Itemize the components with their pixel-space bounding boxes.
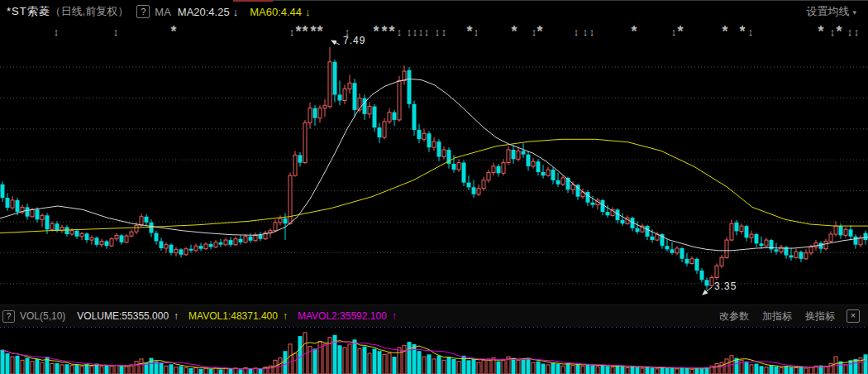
event-marker-updown-icon[interactable]: ↕ <box>847 26 853 38</box>
event-marker-star-icon[interactable]: * <box>631 23 637 41</box>
event-marker-updown-icon[interactable]: ↕ <box>854 26 860 38</box>
event-marker-updown-icon[interactable]: ↕ <box>574 26 579 38</box>
stock-name: *ST索菱 <box>7 4 50 19</box>
event-marker-updown-icon[interactable]: ↕ <box>583 26 589 38</box>
event-marker-star-icon[interactable]: * <box>677 23 683 41</box>
event-marker-star-icon[interactable]: * <box>836 23 842 41</box>
event-marker-star-icon[interactable]: * <box>511 23 517 41</box>
mavol1-value: MAVOL1:48371.400 <box>188 310 278 322</box>
help-icon[interactable]: ? <box>136 5 150 18</box>
ma60-value: MA60:4.44 <box>250 6 302 18</box>
mavol1-up-arrow: ↑ <box>283 310 288 322</box>
candlestick-chart[interactable]: ↕↕*↕****↕***↕↕↕↕↕↕↕*↕*↕*↕↕↕*↕***↕*↕*↕↕ 7… <box>0 23 868 304</box>
event-marker-updown-icon[interactable]: ↕ <box>407 26 413 38</box>
help-icon[interactable]: ? <box>2 310 15 323</box>
event-marker-updown-icon[interactable]: ↕ <box>532 26 537 38</box>
add-indicator-button[interactable]: 加指标 <box>762 309 792 324</box>
change-params-button[interactable]: 改参数 <box>719 309 749 324</box>
event-marker-star-icon[interactable]: * <box>302 23 308 41</box>
period-label: （日线,前复权） <box>50 4 129 19</box>
event-marker-updown-icon[interactable]: ↕ <box>113 26 119 38</box>
ma20-down-arrow: ↓ <box>233 6 239 18</box>
event-marker-star-icon[interactable]: * <box>317 23 322 41</box>
event-marker-updown-icon[interactable]: ↕ <box>418 26 424 38</box>
caret-down-icon: ▾ <box>852 8 856 17</box>
event-marker-updown-icon[interactable]: ↕ <box>671 26 677 38</box>
event-marker-star-icon[interactable]: * <box>466 23 472 41</box>
event-marker-updown-icon[interactable]: ↕ <box>435 26 441 38</box>
price-annotation: 3.35 <box>714 280 737 292</box>
price-annotation: 7.49 <box>343 35 365 46</box>
event-marker-star-icon[interactable]: * <box>818 23 823 41</box>
ma60-down-arrow: ↓ <box>305 6 311 18</box>
mavol2-value: MAVOL2:35592.100 <box>298 310 387 322</box>
event-marker-updown-icon[interactable]: ↕ <box>413 26 418 38</box>
indicator-toolbar: ? VOL(5,10) VOLUME:55355.000 ↑ MAVOL1:48… <box>0 304 868 327</box>
event-marker-updown-icon[interactable]: ↕ <box>474 26 479 38</box>
event-marker-star-icon[interactable]: * <box>295 23 301 41</box>
stock-chart-app: *ST索菱 （日线,前复权） ? MA MA20:4.25 ↓ MA60:4.4… <box>0 0 868 374</box>
set-ma-label: 设置均线 <box>806 5 849 17</box>
close-icon[interactable]: × <box>847 309 860 323</box>
event-marker-star-icon[interactable]: * <box>381 23 387 41</box>
event-marker-updown-icon[interactable]: ↕ <box>424 26 430 38</box>
event-marker-updown-icon[interactable]: ↕ <box>397 26 403 38</box>
volume-chart[interactable] <box>0 327 868 374</box>
chart-header-bar: *ST索菱 （日线,前复权） ? MA MA20:4.25 ↓ MA60:4.4… <box>0 0 868 23</box>
event-marker-updown-icon[interactable]: ↕ <box>289 26 295 38</box>
event-marker-updown-icon[interactable]: ↕ <box>830 26 836 38</box>
event-marker-star-icon[interactable]: * <box>722 23 727 41</box>
switch-indicator-button[interactable]: 换指标 <box>805 309 835 324</box>
ma20-value: MA20:4.25 <box>178 6 230 18</box>
event-marker-star-icon[interactable]: * <box>537 23 542 41</box>
event-marker-updown-icon[interactable]: ↕ <box>748 26 754 38</box>
volume-up-arrow: ↑ <box>174 310 179 322</box>
event-marker-updown-icon[interactable]: ↕ <box>54 26 60 38</box>
mavol2-up-arrow: ↑ <box>392 310 397 322</box>
event-marker-updown-icon[interactable]: ↕ <box>589 26 595 38</box>
indicator-name: VOL(5,10) <box>20 310 65 322</box>
event-marker-updown-icon[interactable]: ↕ <box>441 26 447 38</box>
ma-group-label: MA <box>155 6 171 18</box>
set-ma-button[interactable]: 设置均线▾ <box>806 4 856 19</box>
event-marker-star-icon[interactable]: * <box>373 23 379 41</box>
event-marker-star-icon[interactable]: * <box>389 23 394 41</box>
event-marker-star-icon[interactable]: * <box>739 23 745 41</box>
event-marker-star-icon[interactable]: * <box>170 23 176 41</box>
event-marker-star-icon[interactable]: * <box>310 23 316 41</box>
volume-value: VOLUME:55355.000 <box>77 310 169 322</box>
